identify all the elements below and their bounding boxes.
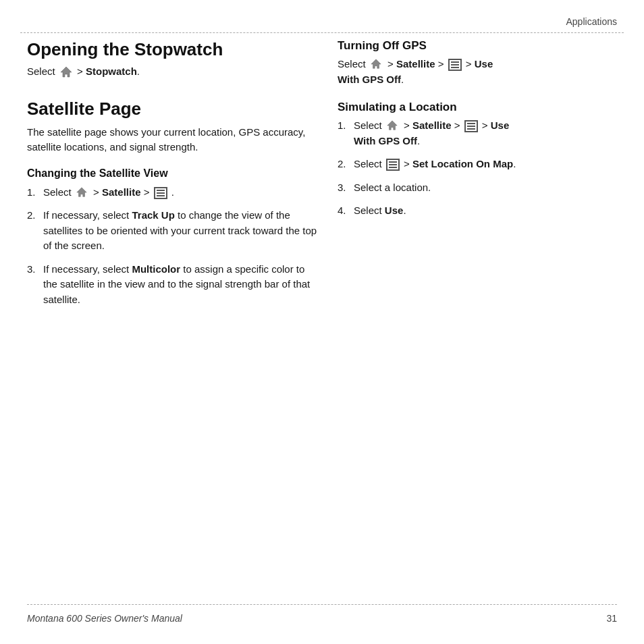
left-column: Opening the Stopwatch Select > Stopwatch… bbox=[27, 39, 317, 315]
step-2-pre: If necessary, select bbox=[43, 209, 132, 221]
simulating-steps: 1. Select > Satellite > bbox=[338, 118, 621, 219]
step-2-num: 2. bbox=[27, 208, 43, 223]
applications-label: Applications bbox=[566, 16, 618, 27]
footer-page-number: 31 bbox=[606, 613, 617, 624]
simulating-location-section: Simulating a Location 1. Select > Satell… bbox=[338, 101, 621, 219]
sim-step-2: 2. Select > Set Location On Map. bbox=[338, 157, 621, 172]
turning-arrow2: > bbox=[438, 58, 447, 70]
step-1: 1. Select > Satellite > bbox=[27, 185, 317, 200]
sim-step-1-period: . bbox=[417, 135, 420, 146]
page: Applications Opening the Stopwatch Selec… bbox=[0, 0, 644, 644]
home-icon-step1 bbox=[76, 186, 89, 200]
step-3-num: 3. bbox=[27, 262, 43, 277]
svg-marker-2 bbox=[371, 59, 381, 69]
sim-step-3: 3. Select a location. bbox=[338, 180, 621, 196]
sim-step-2-period: . bbox=[513, 158, 516, 169]
sim-step-4-period: . bbox=[403, 205, 406, 216]
step-1-arrow2: > bbox=[144, 186, 153, 198]
stopwatch-period: . bbox=[137, 65, 140, 77]
menu-icon-sim1 bbox=[464, 120, 478, 132]
satellite-page-title: Satellite Page bbox=[27, 99, 317, 119]
sim-step-1-content: Select > Satellite > bbox=[354, 118, 621, 149]
step-1-satellite: Satellite bbox=[102, 186, 141, 198]
step-1-num: 1. bbox=[27, 185, 43, 200]
simulating-title: Simulating a Location bbox=[338, 101, 621, 114]
stopwatch-title: Opening the Stopwatch bbox=[27, 39, 317, 60]
menu-icon-turning bbox=[448, 59, 462, 71]
step-3-bold: Multicolor bbox=[132, 263, 180, 275]
sim-step-4-use: Use bbox=[385, 205, 404, 216]
turning-arrow1: > bbox=[387, 58, 396, 70]
sim-step-2-bold: Set Location On Map bbox=[412, 158, 513, 169]
footer: Montana 600 Series Owner's Manual 31 bbox=[27, 604, 617, 624]
stopwatch-select-text: Select bbox=[27, 65, 58, 77]
sim-step-1: 1. Select > Satellite > bbox=[338, 118, 621, 149]
stopwatch-arrow: > bbox=[77, 65, 86, 77]
stopwatch-body: Select > Stopwatch. bbox=[27, 64, 317, 80]
stopwatch-bold: Stopwatch bbox=[86, 65, 137, 77]
svg-marker-3 bbox=[387, 121, 397, 130]
sim-step-4-content: Select Use. bbox=[354, 203, 621, 219]
changing-satellite-view-title: Changing the Satellite View bbox=[27, 167, 317, 180]
step-3: 3. If necessary, select Multicolor to as… bbox=[27, 262, 317, 308]
step-2-bold: Track Up bbox=[132, 209, 174, 221]
home-icon bbox=[59, 65, 73, 79]
changing-satellite-view-section: Changing the Satellite View 1. Select > … bbox=[27, 167, 317, 308]
step-3-pre: If necessary, select bbox=[43, 263, 132, 275]
changing-satellite-steps: 1. Select > Satellite > bbox=[27, 185, 317, 308]
step-1-select: Select bbox=[43, 186, 74, 198]
svg-marker-0 bbox=[61, 67, 72, 77]
turning-arrow3: > bbox=[466, 58, 475, 70]
sim-step-4-select: Select bbox=[354, 205, 385, 216]
sim-step-3-num: 3. bbox=[338, 180, 354, 196]
turning-off-gps-section: Turning Off GPS Select > Satellite > > bbox=[338, 39, 621, 87]
sim-step-1-arrow2: > bbox=[454, 119, 463, 131]
turning-satellite: Satellite bbox=[396, 58, 435, 70]
turning-period: . bbox=[401, 74, 404, 85]
sim-step-4: 4. Select Use. bbox=[338, 203, 621, 219]
sim-step-2-select: Select bbox=[354, 158, 385, 169]
satellite-page-section: Satellite Page The satellite page shows … bbox=[27, 99, 317, 155]
sim-step-2-num: 2. bbox=[338, 157, 354, 172]
sim-step-4-num: 4. bbox=[338, 203, 354, 219]
sim-step-1-arrow1: > bbox=[404, 119, 412, 131]
step-2: 2. If necessary, select Track Up to chan… bbox=[27, 208, 317, 254]
svg-marker-1 bbox=[77, 188, 86, 197]
step-2-content: If necessary, select Track Up to change … bbox=[43, 208, 317, 254]
step-3-content: If necessary, select Multicolor to assig… bbox=[43, 262, 317, 308]
sim-step-1-select: Select bbox=[354, 119, 385, 131]
footer-manual-text: Montana 600 Series Owner's Manual bbox=[27, 613, 182, 624]
step-1-arrow1: > bbox=[93, 186, 102, 198]
step-1-content: Select > Satellite > bbox=[43, 185, 317, 200]
sim-step-3-content: Select a location. bbox=[354, 180, 621, 196]
step-1-period: . bbox=[171, 186, 174, 198]
home-icon-sim1 bbox=[386, 119, 400, 133]
sim-step-1-num: 1. bbox=[338, 118, 354, 134]
turning-off-gps-body: Select > Satellite > > UseWith GPS Off. bbox=[338, 57, 621, 87]
home-icon-turning bbox=[370, 58, 383, 72]
turning-off-gps-title: Turning Off GPS bbox=[338, 39, 621, 53]
sim-step-1-arrow3: > bbox=[482, 119, 491, 131]
sim-step-2-content: Select > Set Location On Map. bbox=[354, 157, 621, 172]
menu-icon-step1 bbox=[154, 187, 167, 199]
sim-step-2-arrow: > bbox=[404, 158, 412, 169]
satellite-page-description: The satellite page shows your current lo… bbox=[27, 125, 317, 155]
menu-icon-sim2 bbox=[386, 159, 400, 171]
turning-select: Select bbox=[338, 58, 369, 70]
sim-step-1-satellite: Satellite bbox=[412, 119, 452, 131]
top-border bbox=[20, 32, 624, 33]
right-column: Turning Off GPS Select > Satellite > > bbox=[338, 39, 621, 227]
sim-step-3-text: Select a location. bbox=[354, 182, 431, 193]
stopwatch-section: Opening the Stopwatch Select > Stopwatch… bbox=[27, 39, 317, 80]
